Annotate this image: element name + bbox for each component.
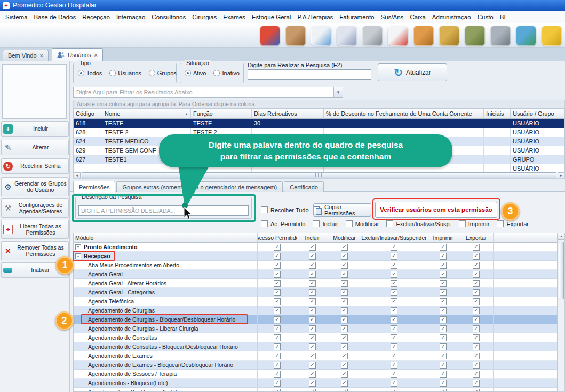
permission-row[interactable]: Agendamento de Cirurgias - Liberar Cirur… xyxy=(74,324,557,333)
permission-checkbox[interactable]: ✓ xyxy=(309,362,316,369)
permission-row[interactable]: Agendamento de Consultas - Bloquear/Desb… xyxy=(74,342,557,351)
permission-checkbox[interactable]: ✓ xyxy=(309,262,316,269)
column-header-usuario-grupo[interactable]: Usuário / Grupo xyxy=(511,109,565,119)
permission-checkbox[interactable]: ✓ xyxy=(391,362,397,369)
permission-checkbox[interactable]: ✓ xyxy=(341,362,348,369)
permission-checkbox[interactable]: ✓ xyxy=(309,371,316,378)
column-header-modificar[interactable]: Modificar xyxy=(328,233,361,243)
permission-checkbox[interactable]: ✓ xyxy=(440,289,447,296)
column-header-codigo[interactable]: Código xyxy=(74,109,102,119)
permission-checkbox[interactable]: ✓ xyxy=(391,371,397,378)
permission-checkbox[interactable]: ✓ xyxy=(440,325,447,332)
permission-checkbox[interactable]: ✓ xyxy=(440,362,447,369)
permission-checkbox[interactable]: ✓ xyxy=(309,316,316,323)
permission-checkbox[interactable]: ✓ xyxy=(391,389,397,392)
filter-excluir-inativar-susp[interactable]: Excluir/Inativar/Susp. xyxy=(386,220,451,227)
filter-modificar[interactable]: Modificar xyxy=(346,220,379,227)
permission-checkbox[interactable]: ✓ xyxy=(440,380,447,387)
horizontal-scrollbar[interactable]: ◄ ► xyxy=(73,172,565,179)
permission-checkbox[interactable]: ✓ xyxy=(473,253,480,260)
patients-icon[interactable] xyxy=(285,26,306,46)
permission-checkbox[interactable]: ✓ xyxy=(341,371,348,378)
scrollbar-thumb[interactable] xyxy=(82,172,556,178)
permission-checkbox[interactable]: ✓ xyxy=(309,325,316,332)
filter-incluir[interactable]: Incluir xyxy=(313,220,338,227)
sidebar-button-liberar-todas-as-permissoes[interactable]: +Liberar Todas as Permissões xyxy=(1,220,69,239)
close-icon[interactable]: × xyxy=(40,52,43,59)
permission-checkbox[interactable]: ✓ xyxy=(391,289,397,296)
menu-cirurgias[interactable]: Cirurgias xyxy=(189,12,220,22)
permission-checkbox[interactable]: ✓ xyxy=(274,389,281,392)
permission-row[interactable]: Agendamento de Consultas✓✓✓✓✓✓ xyxy=(74,333,557,342)
scroll-up-icon[interactable]: ▲ xyxy=(558,233,564,240)
permission-checkbox[interactable]: ✓ xyxy=(309,380,316,387)
column-header-nome[interactable]: Nome▲ xyxy=(102,109,191,119)
filter-exportar[interactable]: Exportar xyxy=(497,220,529,227)
filter-imprimir[interactable]: Imprimir xyxy=(459,220,490,227)
permission-checkbox[interactable]: ✓ xyxy=(473,316,480,323)
stock-crate-icon[interactable] xyxy=(413,26,434,46)
menu-internacao[interactable]: Internação xyxy=(113,12,148,22)
permission-checkbox[interactable]: ✓ xyxy=(440,343,447,350)
doctor-icon[interactable] xyxy=(311,26,331,46)
permission-checkbox[interactable]: ✓ xyxy=(309,289,316,296)
permission-checkbox[interactable]: ✓ xyxy=(341,334,348,341)
permission-row[interactable]: Agendamentos - Bloquear(Lote)✓✓✓✓✓✓ xyxy=(74,379,557,388)
copy-permissions-button[interactable]: Copiar Permissões xyxy=(313,203,371,217)
radio-inativo[interactable]: Inativo xyxy=(213,70,239,76)
close-icon[interactable]: × xyxy=(94,52,97,58)
tab-grupos-extras[interactable]: Grupos extras (somente para o gerenciado… xyxy=(116,181,283,192)
permission-checkbox[interactable]: ✓ xyxy=(341,253,348,260)
permission-checkbox[interactable]: ✓ xyxy=(309,298,316,305)
menu-sus-ans[interactable]: Sus/Ans xyxy=(378,12,407,22)
permission-checkbox[interactable]: ✓ xyxy=(274,289,281,296)
column-header-funcao[interactable]: Função xyxy=(191,109,252,119)
permission-row[interactable]: Agenda Geral - Alterar Horários✓✓✓✓✓✓ xyxy=(74,279,557,288)
permission-checkbox[interactable]: ✓ xyxy=(274,334,281,341)
permission-search-input[interactable] xyxy=(78,205,249,216)
radio-ativo[interactable]: Ativo xyxy=(185,70,206,76)
column-header-excluir-inativar-suspender[interactable]: Excluir/Inativar/Suspender xyxy=(361,233,427,243)
user-row[interactable]: 629TESTE SEM CONFUSUÁRIO xyxy=(74,146,564,155)
menu-consultorios[interactable]: Consultórios xyxy=(148,12,189,22)
safe-icon[interactable] xyxy=(490,26,511,46)
permission-checkbox[interactable]: ✓ xyxy=(440,280,447,287)
sidebar-button-configuracoes-de-agendas-setores[interactable]: ⚒Configurações de Agendas/Setores xyxy=(1,198,69,218)
sidebar-button-remover-todas-as-permissoes[interactable]: ×Remover Todas as Permissões xyxy=(1,241,69,260)
column-header-de-desconto-no-fechamento-de-uma-conta-corrente[interactable]: % de Desconto no Fechamento de Uma Conta… xyxy=(324,109,484,119)
finance-map-icon[interactable] xyxy=(516,26,536,46)
column-header-exportar[interactable]: Exportar xyxy=(459,233,494,243)
hospital-bed-icon[interactable] xyxy=(362,26,383,46)
verify-users-button[interactable]: Verificar usuários com esta permissão xyxy=(375,202,497,218)
permission-checkbox[interactable]: ✓ xyxy=(341,353,348,359)
permission-checkbox[interactable]: ✓ xyxy=(274,362,281,369)
user-row[interactable]: 618TESTETESTE30USUÁRIO xyxy=(74,119,564,128)
permission-checkbox[interactable]: ✓ xyxy=(473,289,480,296)
permission-checkbox[interactable]: ✓ xyxy=(341,307,348,314)
permission-checkbox[interactable]: ✓ xyxy=(440,371,447,378)
permission-row[interactable]: Agendamento de Cirurgias✓✓✓✓✓✓ xyxy=(74,306,557,315)
permission-checkbox[interactable]: ✓ xyxy=(309,307,316,314)
ambulance-icon[interactable] xyxy=(388,26,408,46)
permission-checkbox[interactable]: ✓ xyxy=(391,253,397,260)
column-header-iniciais[interactable]: Iniciais xyxy=(484,109,511,119)
permission-row[interactable]: Agendamento de Cirurgias - Bloquear/Desb… xyxy=(74,315,557,324)
permission-checkbox[interactable]: ✓ xyxy=(274,298,281,305)
scroll-right-icon[interactable]: ► xyxy=(558,172,564,178)
results-filter-combo[interactable]: Digite Aqui para Filtrar os Resultados A… xyxy=(73,87,343,98)
expand-plus-icon[interactable]: + xyxy=(75,244,81,250)
permission-checkbox[interactable]: ✓ xyxy=(440,262,447,269)
permission-checkbox[interactable]: ✓ xyxy=(309,343,316,350)
sidebar-button-inativar[interactable]: Inativar xyxy=(1,262,69,278)
chevron-down-icon[interactable]: ▼ xyxy=(333,87,343,97)
permission-checkbox[interactable]: ✓ xyxy=(473,262,480,269)
permission-checkbox[interactable]: ✓ xyxy=(274,353,281,359)
permission-checkbox[interactable]: ✓ xyxy=(391,343,397,350)
permission-checkbox[interactable]: ✓ xyxy=(341,380,348,387)
supplies-box-icon[interactable] xyxy=(465,26,485,46)
permission-row[interactable]: Agenda Geral✓✓✓✓✓✓ xyxy=(74,270,557,279)
collapse-all-checkbox[interactable]: Recolher Tudo xyxy=(261,206,309,213)
refresh-button[interactable]: ↻ Atualizar xyxy=(378,63,447,81)
menu-custo[interactable]: Custo xyxy=(474,12,497,22)
permission-checkbox[interactable]: ✓ xyxy=(440,334,447,341)
